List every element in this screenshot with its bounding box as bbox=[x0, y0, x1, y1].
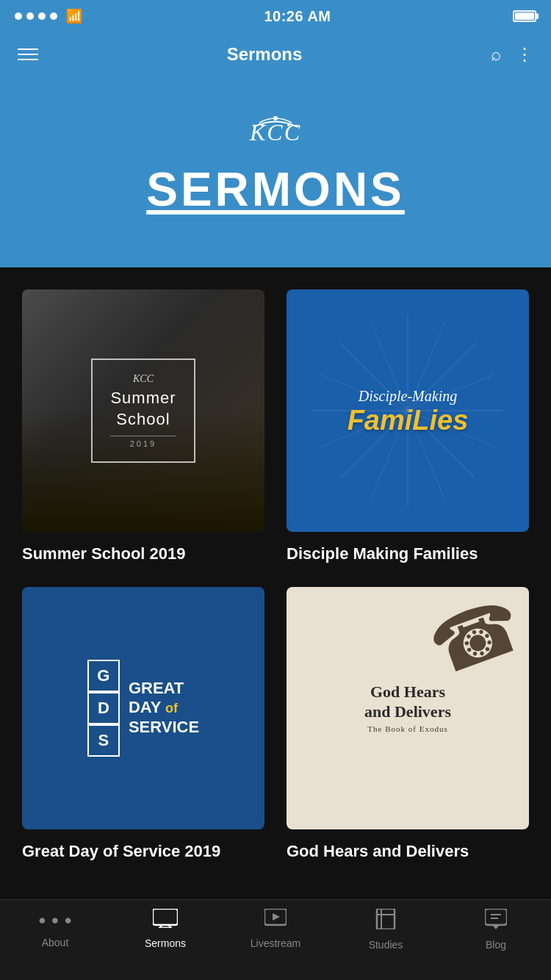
nav-item-livestream[interactable]: Livestream bbox=[220, 909, 331, 949]
sermon-label-disciple: Disciple Making Families bbox=[287, 544, 529, 565]
svg-marker-17 bbox=[273, 913, 280, 920]
gds-letter-d: D bbox=[87, 692, 120, 724]
status-bar: 📶 10:26 AM bbox=[0, 0, 551, 32]
svg-point-2 bbox=[261, 123, 264, 126]
sermons-grid: KCC SummerSchool 2019 Summer School 2019 bbox=[22, 289, 529, 862]
sermon-thumbnail-god: ☎ God Hearsand Delivers The Book of Exod… bbox=[287, 587, 529, 829]
gds-letters-block: G D S bbox=[87, 660, 120, 757]
livestream-icon bbox=[264, 909, 287, 933]
studies-label: Studies bbox=[369, 939, 403, 951]
svg-rect-21 bbox=[485, 909, 507, 925]
blog-label: Blog bbox=[486, 939, 506, 951]
disciple-text-block: Disciple-Making FamiLies bbox=[340, 380, 476, 442]
sermons-nav-label: Sermons bbox=[145, 937, 186, 949]
hero-section: KCC SERMONS bbox=[0, 76, 551, 267]
more-icon[interactable]: ⋮ bbox=[516, 44, 533, 65]
god-subtitle-text: The Book of Exodus bbox=[364, 724, 451, 733]
signal-dot-4 bbox=[50, 12, 57, 20]
svg-rect-12 bbox=[153, 909, 178, 925]
battery-fill bbox=[515, 12, 534, 20]
battery-icon bbox=[513, 10, 536, 22]
header-title: Sermons bbox=[227, 44, 303, 65]
bottom-navigation: • • • About Sermons Livestream bbox=[0, 899, 551, 980]
blog-icon bbox=[485, 909, 507, 934]
menu-line-1 bbox=[18, 48, 38, 50]
sermon-card-god-hears[interactable]: ☎ God Hearsand Delivers The Book of Exod… bbox=[287, 587, 529, 862]
thumb-god-bg: ☎ God Hearsand Delivers The Book of Exod… bbox=[287, 587, 529, 829]
header-icons: ⌕ ⋮ bbox=[491, 44, 533, 65]
thumb-summer-bg: KCC SummerSchool 2019 bbox=[22, 289, 264, 532]
god-title-text: God Hearsand Delivers bbox=[364, 682, 451, 721]
sermon-label-great: Great Day of Service 2019 bbox=[22, 841, 264, 862]
sermon-thumbnail-disciple: Disciple-Making FamiLies bbox=[287, 289, 529, 532]
god-text-block: God Hearsand Delivers The Book of Exodus bbox=[364, 682, 451, 733]
gds-letter-s: S bbox=[87, 724, 120, 757]
menu-line-2 bbox=[18, 54, 38, 55]
svg-marker-22 bbox=[492, 925, 500, 929]
svg-text:KCC: KCC bbox=[249, 119, 301, 145]
nav-item-sermons[interactable]: Sermons bbox=[110, 909, 220, 949]
status-right bbox=[513, 10, 536, 22]
search-icon[interactable]: ⌕ bbox=[491, 44, 501, 65]
sermon-card-summer-school[interactable]: KCC SummerSchool 2019 Summer School 2019 bbox=[22, 289, 264, 565]
nav-item-studies[interactable]: Studies bbox=[331, 909, 441, 951]
gds-letter-g: G bbox=[87, 660, 120, 692]
sermon-card-disciple[interactable]: Disciple-Making FamiLies Disciple Making… bbox=[287, 289, 529, 565]
thumb-disciple-bg: Disciple-Making FamiLies bbox=[287, 289, 529, 532]
thumb-great-bg: G D S GREATDAY ofSERVICE bbox=[22, 587, 264, 829]
signal-dot-2 bbox=[26, 12, 34, 20]
nav-item-blog[interactable]: Blog bbox=[441, 909, 551, 951]
summer-kcc-logo: KCC bbox=[110, 373, 176, 385]
menu-line-3 bbox=[18, 59, 38, 60]
nav-item-about[interactable]: • • • About bbox=[0, 909, 110, 948]
svg-rect-18 bbox=[377, 909, 395, 929]
gds-text-block: GREATDAY ofSERVICE bbox=[129, 679, 199, 737]
disciple-top-text: Disciple-Making bbox=[347, 387, 469, 405]
gds-of-text: of bbox=[165, 701, 178, 716]
summer-school-box: KCC SummerSchool 2019 bbox=[91, 359, 195, 463]
sermon-card-great-day[interactable]: G D S GREATDAY ofSERVICE Great Day of Se… bbox=[22, 587, 264, 862]
kcc-logo: KCC bbox=[231, 112, 320, 155]
sermon-thumbnail-great: G D S GREATDAY ofSERVICE bbox=[22, 587, 264, 829]
about-label: About bbox=[42, 937, 69, 948]
header: Sermons ⌕ ⋮ bbox=[0, 32, 551, 76]
menu-button[interactable] bbox=[18, 48, 38, 60]
svg-point-3 bbox=[287, 123, 290, 126]
sermons-nav-icon bbox=[153, 909, 178, 933]
svg-point-1 bbox=[273, 116, 278, 120]
status-time: 10:26 AM bbox=[264, 8, 331, 25]
hero-title: SERMONS bbox=[146, 162, 405, 217]
wifi-icon: 📶 bbox=[66, 8, 82, 24]
signal-dot-3 bbox=[38, 12, 46, 20]
disciple-families-text: FamiLies bbox=[347, 406, 469, 434]
sermon-label-god: God Hears and Delivers bbox=[287, 841, 529, 862]
sermon-label-summer: Summer School 2019 bbox=[22, 544, 264, 565]
signal-dot-1 bbox=[15, 12, 22, 20]
telephone-icon: ☎ bbox=[418, 587, 529, 693]
content-area: KCC SummerSchool 2019 Summer School 2019 bbox=[0, 267, 551, 965]
livestream-label: Livestream bbox=[251, 937, 300, 949]
summer-school-text: SummerSchool bbox=[110, 388, 176, 430]
studies-icon bbox=[375, 909, 396, 934]
sermon-thumbnail-summer: KCC SummerSchool 2019 bbox=[22, 289, 264, 532]
status-left: 📶 bbox=[15, 8, 82, 24]
summer-year: 2019 bbox=[110, 436, 176, 448]
about-icon: • • • bbox=[39, 909, 72, 932]
gds-content-block: G D S GREATDAY ofSERVICE bbox=[87, 660, 199, 757]
